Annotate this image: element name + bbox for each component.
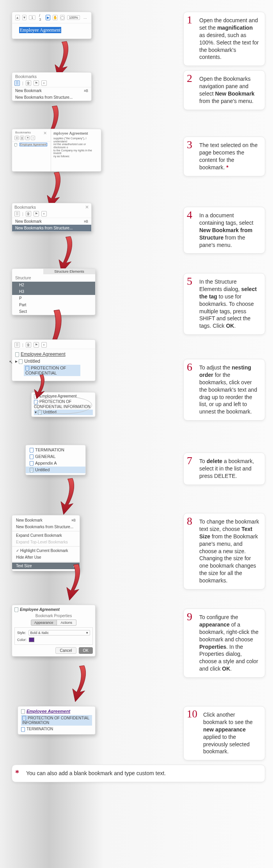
step-8: 8 To change the bookmark text size, choo… <box>183 513 265 589</box>
row-general[interactable]: GENERAL <box>26 453 85 460</box>
menu-new-bookmark[interactable]: New Bookmark ⌘B <box>12 87 91 94</box>
new-bookmark-icon[interactable]: ⚑ <box>34 211 39 217</box>
zoom-field[interactable]: 100% <box>67 15 80 20</box>
menu-new-from-structure[interactable]: New Bookmarks from Structure... <box>12 225 91 231</box>
more-icon[interactable]: … <box>82 16 88 20</box>
ok-button[interactable]: OK <box>79 647 93 654</box>
bookmark-icon <box>38 410 42 415</box>
menu-new-from-structure[interactable]: New Bookmarks from Structure... <box>12 524 80 530</box>
bookmarks-shot-2: Bookmarks ☰ | 🗑 ⚑ ⌖ New Bookmark ⌘B New … <box>12 72 92 101</box>
bmk-termination[interactable]: TERMINATION <box>21 727 92 731</box>
step-1: 1 Open the document and set the magnific… <box>183 12 265 66</box>
new-bookmark-icon[interactable]: ⚑ <box>34 80 39 86</box>
bookmark-item[interactable]: Employee Agreement <box>12 142 51 148</box>
delete-icon[interactable]: 🗑 <box>26 80 31 86</box>
find-icon[interactable]: ⌖ <box>31 136 35 140</box>
page-down-icon[interactable]: ▼ <box>22 15 27 20</box>
step-4: 4 In a document containing tags, select … <box>183 207 265 254</box>
row-termination[interactable]: TERMINATION <box>26 447 85 453</box>
shortcut: ⌘B <box>84 89 88 93</box>
bmk-ea[interactable]: Employee Agreement <box>14 607 93 612</box>
step-text: Open the Bookmarks navigation pane and s… <box>199 76 255 104</box>
pane-menu-icon[interactable]: ☰ <box>14 136 19 140</box>
pane-toolbar: ☰ | 🗑 ⚑ ⌖ <box>12 340 95 349</box>
bookmark-icon <box>14 607 18 612</box>
pane-toolbar: ☰ | 🗑 ⚑ ⌖ <box>12 211 91 218</box>
pane-menu-icon[interactable]: ☰ <box>14 342 20 348</box>
menu-new-bookmark[interactable]: New Bookmark ⌘B <box>12 218 91 225</box>
new-bookmark-icon[interactable]: ⚑ <box>25 136 30 140</box>
step-9: 9 To configure the appearance of a bookm… <box>183 609 265 678</box>
bookmark-icon <box>21 709 25 714</box>
cancel-button[interactable]: Cancel <box>55 647 76 654</box>
pane-toolbar: ☰ 🗑 ⚑ ⌖ <box>12 136 51 142</box>
tab-actions[interactable]: Actions <box>57 619 77 626</box>
delete-icon[interactable]: 🗑 <box>26 211 31 217</box>
find-icon[interactable]: ⌖ <box>41 342 47 348</box>
arrow-8 <box>58 560 86 607</box>
close-icon[interactable]: ✕ <box>43 131 47 136</box>
tag-h3[interactable]: H3 <box>12 288 95 295</box>
menu-expand-top: Expand Top-Level Bookmarks <box>12 539 80 545</box>
tag-part[interactable]: Part <box>12 302 95 308</box>
step-text: Open the document and set the magnificat… <box>199 17 259 60</box>
bmk-ea[interactable]: Employee Agreement <box>15 351 92 357</box>
viewer-shot-1: ▲ ▼ 1 / 3 ▶ ✋ ◯ 100% … Employee Agreemen… <box>12 12 92 39</box>
step-number: 4 <box>187 209 192 220</box>
step-number: 6 <box>187 362 192 373</box>
pane-menu: New Bookmark ⌘B New Bookmarks from Struc… <box>12 87 91 101</box>
step-text: To change the bookmark text size, choose… <box>199 518 259 584</box>
find-icon[interactable]: ⌖ <box>41 211 47 217</box>
bmk-styled[interactable]: Employee Agreement <box>21 709 92 714</box>
delete-icon[interactable]: 🗑 <box>20 136 24 140</box>
selected-text[interactable]: Employee Agreement <box>19 27 61 33</box>
find-icon[interactable]: ⌖ <box>41 80 47 86</box>
pane-menu-icon[interactable]: ☰ <box>14 211 20 217</box>
close-icon[interactable]: ✕ <box>85 204 89 210</box>
pane-menu-icon[interactable]: ☰ <box>14 80 20 86</box>
pane-title: Bookmarks <box>12 73 91 80</box>
menu-new-from-structure[interactable]: New Bookmarks from Structure... <box>12 94 91 101</box>
menu-new-bookmark[interactable]: New Bookmark⌘B <box>12 517 80 524</box>
star-icon: * <box>226 164 228 170</box>
pane-menu: New Bookmark ⌘B New Bookmarks from Struc… <box>12 218 91 231</box>
step-text: To delete a bookmark, select it in the l… <box>199 458 254 479</box>
menu-highlight[interactable]: ✓ Highlight Current Bookmark <box>12 547 80 554</box>
arrow-7 <box>53 474 80 521</box>
select-cursor-icon[interactable]: ▶ <box>46 15 50 20</box>
row-appendix[interactable]: Appendix A <box>26 460 85 467</box>
menu-expand-current[interactable]: Expand Current Bookmark <box>12 532 80 539</box>
result-shot-10: Employee Agreement PROTECTION OF CONFIDE… <box>18 706 96 735</box>
step-text: To adjust the nesting order for the book… <box>199 364 257 415</box>
delete-icon[interactable]: 🗑 <box>26 342 31 348</box>
bookmarks-shot-3: Bookmarks ✕ ☰ 🗑 ⚑ ⌖ Employee Agreement m… <box>12 129 101 172</box>
bookmarks-shot-4: Bookmarks ✕ ☰ | 🗑 ⚑ ⌖ New Bookmark ⌘B Ne… <box>12 203 92 232</box>
style-select[interactable]: Bold & Italic▾ <box>28 630 90 635</box>
dialog-title: Structure Elements <box>43 269 95 274</box>
tab-appearance[interactable]: Appearance <box>31 619 57 626</box>
step-number: 5 <box>187 276 192 287</box>
hand-icon[interactable]: ✋ <box>53 15 58 20</box>
structure-label: Structure <box>12 274 95 282</box>
bookmark-icon <box>15 352 19 357</box>
page-up-icon[interactable]: ▲ <box>15 15 20 20</box>
page-number[interactable]: 1 <box>29 15 35 20</box>
properties-shot-9: Employee Agreement Bookmark Properties A… <box>12 605 96 657</box>
bookmark-icon <box>21 727 25 732</box>
step-3: 3 The text selected on the page becomes … <box>183 137 265 176</box>
zoom-icon[interactable]: ◯ <box>60 15 65 20</box>
bmk-untitled[interactable]: ↖ ▸ Untitled <box>15 359 92 364</box>
footnote-text: You can also add a blank bookmark and ty… <box>26 770 166 776</box>
arrow-9 <box>64 661 92 708</box>
bookmark-icon <box>30 454 34 459</box>
bmk-protection[interactable]: PROTECTION OF CONFIDENTIAL INFORMATION <box>21 715 92 726</box>
step-2: 2 Open the Bookmarks navigation pane and… <box>183 70 265 110</box>
tag-h2[interactable]: H2 <box>12 282 95 288</box>
nesting-shot-6: ☰ | 🗑 ⚑ ⌖ Employee Agreement ↖ ▸ Untitle… <box>12 339 96 381</box>
color-swatch[interactable] <box>29 637 34 642</box>
row-untitled[interactable]: Untitled <box>26 467 85 473</box>
tag-p[interactable]: P <box>12 295 95 302</box>
new-bookmark-icon[interactable]: ⚑ <box>34 342 39 348</box>
doc-body: supplies ("the Company"), I understand n… <box>53 137 99 158</box>
bookmark-icon <box>22 716 26 721</box>
